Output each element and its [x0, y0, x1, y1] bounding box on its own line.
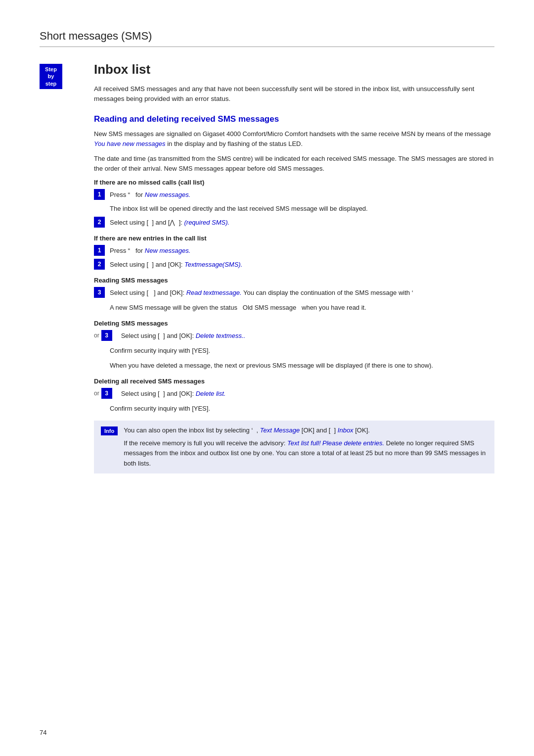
step-italic-2-1: New messages. [145, 247, 190, 254]
reading-section-heading: Reading and deleting received SMS messag… [94, 114, 494, 124]
info-line1: You can also open the inbox list by sele… [124, 425, 488, 435]
step-italic-3-1: Read textmessage. [186, 289, 242, 296]
left-column: Stepbystep [40, 62, 84, 473]
step-italic-4-1: Delete textmess.. [196, 332, 245, 339]
reading-para1-end: in the display and by flashing of the st… [166, 140, 303, 147]
steps-block-4: or 3 Select using [ ] and [OK]: Delete t… [94, 330, 494, 341]
reading-para2: The date and time (as transmitted from t… [94, 154, 494, 174]
step-row-1-2: 2 Select using [ ] and [⋀ ]: (required S… [94, 217, 494, 228]
step-row-2-1: 1 Press “ for New messages. [94, 245, 494, 256]
page-number: 74 [40, 729, 46, 736]
step-num-2-2: 2 [94, 259, 105, 270]
step-badge: Stepbystep [40, 64, 62, 89]
right-column: Inbox list All received SMS messages and… [94, 62, 494, 473]
step-text-4-1: Select using [ ] and [OK]: Delete textme… [121, 330, 245, 341]
steps-block-2: 1 Press “ for New messages. 2 Select usi… [94, 245, 494, 270]
reading-para1: New SMS messages are signalled on Gigase… [94, 129, 494, 149]
or-label-2: or [94, 390, 99, 397]
subsection-deleting-all-heading: Deleting all received SMS messages [94, 378, 494, 385]
step-italic-1-1: New messages. [145, 191, 190, 198]
info-italic-inbox: Inbox [336, 426, 353, 434]
step-italic-2-2: Textmessage(SMS). [184, 261, 242, 268]
steps-block-3: 3 Select using [ ] and [OK]: Read textme… [94, 287, 494, 298]
step-row-1-note: The inbox list will be opened directly a… [94, 203, 494, 214]
step-text-3-1: Select using [ ] and [OK]: Read textmess… [110, 287, 413, 298]
step-num-2-1: 1 [94, 245, 105, 256]
or-label-1: or [94, 332, 99, 339]
subsection-new-entries-heading: If there are new entries in the call lis… [94, 235, 494, 242]
steps-block-1: 1 Press “ for New messages. The inbox li… [94, 189, 494, 228]
page-heading: Inbox list [94, 62, 494, 77]
info-italic-textlistfull: Text list full! Please delete entries. [287, 439, 384, 447]
reading-para1-text: New SMS messages are signalled on Gigase… [94, 130, 491, 138]
step-row-3-1: 3 Select using [ ] and [OK]: Read textme… [94, 287, 494, 298]
step-row-4-1: or 3 Select using [ ] and [OK]: Delete t… [94, 330, 494, 341]
step-num-3-1: 3 [94, 287, 105, 298]
deleting-after-2: When you have deleted a message, the nex… [110, 361, 494, 371]
subsection-no-missed-calls: If there are no missed calls (call list)… [94, 179, 494, 228]
info-badge: Info [101, 426, 118, 435]
reading-extra-para: A new SMS message will be given the stat… [110, 303, 494, 313]
info-box-text: You can also open the inbox list by sele… [124, 425, 488, 469]
info-box: Info You can also open the inbox list by… [94, 421, 494, 473]
deleting-after-1: Confirm security inquiry with [YES]. [110, 346, 494, 356]
step-text-2-1: Press “ for New messages. [110, 245, 190, 256]
step-text-2-2: Select using [ ] and [OK]: Textmessage(S… [110, 259, 242, 270]
info-line2: If the receive memory is full you will r… [124, 438, 488, 468]
section-title: Short messages (SMS) [40, 30, 494, 47]
info-italic-1: Text Message [260, 426, 300, 434]
step-num-4-1: 3 [101, 330, 112, 341]
step-text-1-note: The inbox list will be opened directly a… [110, 203, 368, 214]
step-italic-5-1: Delete list. [196, 390, 226, 397]
content-area: Stepbystep Inbox list All received SMS m… [40, 62, 494, 473]
subsection-deleting-heading: Deleting SMS messages [94, 320, 494, 327]
reading-para1-italic: You have new messages [94, 140, 166, 147]
subsection-reading-heading: Reading SMS messages [94, 277, 494, 284]
subsection-reading: Reading SMS messages 3 Select using [ ] … [94, 277, 494, 313]
step-num-2: 2 [94, 217, 105, 228]
step-num-5-1: 3 [101, 388, 112, 399]
deleting-all-after-1: Confirm security inquiry with [YES]. [110, 404, 494, 414]
step-row-1-1: 1 Press “ for New messages. [94, 189, 494, 200]
step-row-2-2: 2 Select using [ ] and [OK]: Textmessage… [94, 259, 494, 270]
step-num-1: 1 [94, 189, 105, 200]
steps-block-5: or 3 Select using [ ] and [OK]: Delete l… [94, 388, 494, 399]
step-text-1-1: Press “ for New messages. [110, 189, 190, 200]
intro-text: All received SMS messages and any that h… [94, 84, 494, 104]
subsection-deleting-all: Deleting all received SMS messages or 3 … [94, 378, 494, 414]
step-text-5-1: Select using [ ] and [OK]: Delete list. [121, 388, 226, 399]
step-row-5-1: or 3 Select using [ ] and [OK]: Delete l… [94, 388, 494, 399]
subsection-new-entries: If there are new entries in the call lis… [94, 235, 494, 270]
step-italic-1-2: (required SMS). [184, 219, 229, 226]
step-text-1-2: Select using [ ] and [⋀ ]: (required SMS… [110, 217, 229, 228]
subsection-deleting: Deleting SMS messages or 3 Select using … [94, 320, 494, 371]
subsection-no-missed-calls-heading: If there are no missed calls (call list) [94, 179, 494, 186]
